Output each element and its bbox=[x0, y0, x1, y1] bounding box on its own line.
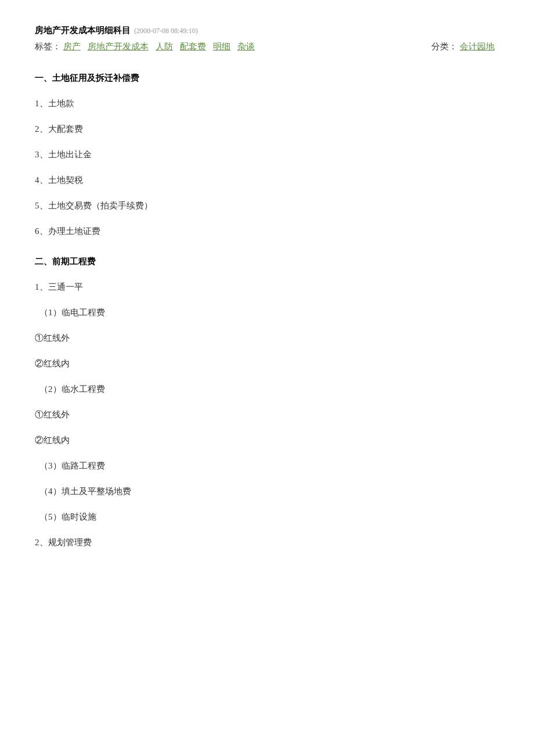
list-item: 2、大配套费 bbox=[35, 122, 499, 136]
article-header: 房地产开发成本明细科目 (2008-07-08 08:49:10) bbox=[35, 23, 499, 37]
list-item: ①红线外 bbox=[35, 331, 499, 345]
list-item: ②红线内 bbox=[35, 357, 499, 370]
list-item: 6、办理土地证费 bbox=[35, 224, 499, 238]
list-item: （2）临水工程费 bbox=[35, 382, 499, 396]
list-item: ①红线外 bbox=[35, 408, 499, 422]
list-item: 2、规划管理费 bbox=[35, 535, 499, 549]
list-item: ②红线内 bbox=[35, 433, 499, 447]
list-item: （5）临时设施 bbox=[35, 510, 499, 524]
list-item: 3、土地出让金 bbox=[35, 147, 499, 161]
list-item: 1、土地款 bbox=[35, 96, 499, 110]
tags-container: 标签： 房产 房地产开发成本 人防 配套费 明细 杂谈 bbox=[35, 39, 259, 53]
category-label: 分类： bbox=[431, 39, 457, 53]
category-container: 分类： 会计园地 bbox=[431, 39, 499, 53]
list-item: （4）填土及平整场地费 bbox=[35, 484, 499, 498]
list-item: （1）临电工程费 bbox=[35, 305, 499, 319]
category-link[interactable]: 会计园地 bbox=[460, 39, 495, 53]
list-item: 4、土地契税 bbox=[35, 173, 499, 187]
tag-link[interactable]: 房地产开发成本 bbox=[88, 39, 149, 53]
tag-link[interactable]: 人防 bbox=[156, 39, 173, 53]
article-timestamp: (2008-07-08 08:49:10) bbox=[134, 26, 198, 37]
article-title: 房地产开发成本明细科目 bbox=[35, 23, 131, 37]
section-heading-1: 一、土地征用及拆迁补偿费 bbox=[35, 71, 499, 85]
tag-link[interactable]: 杂谈 bbox=[237, 39, 255, 53]
list-item: 5、土地交易费（拍卖手续费） bbox=[35, 199, 499, 213]
list-item: 1、三通一平 bbox=[35, 280, 499, 294]
list-item: （3）临路工程费 bbox=[35, 459, 499, 473]
tag-link[interactable]: 房产 bbox=[63, 39, 81, 53]
tag-link[interactable]: 明细 bbox=[213, 39, 230, 53]
article-meta: 标签： 房产 房地产开发成本 人防 配套费 明细 杂谈 分类： 会计园地 bbox=[35, 39, 499, 53]
section-heading-2: 二、前期工程费 bbox=[35, 254, 499, 268]
tags-label: 标签： bbox=[35, 39, 61, 53]
tag-link[interactable]: 配套费 bbox=[180, 39, 206, 53]
